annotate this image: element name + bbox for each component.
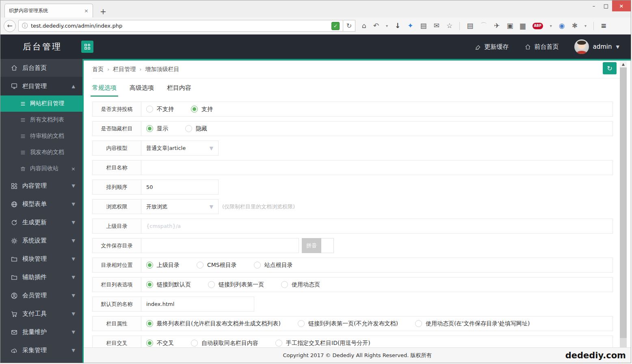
reload-button[interactable]: ↻ <box>343 20 355 32</box>
radio-option[interactable]: 手工指定交叉栏目ID(用逗号分开) <box>275 340 370 347</box>
refresh-button[interactable]: ↻ <box>603 62 617 74</box>
tab-general[interactable]: 常规选项 <box>92 78 117 98</box>
radio-checked-icon[interactable] <box>191 106 198 113</box>
adblock-icon[interactable]: ABP <box>532 23 543 29</box>
thunderbird-icon[interactable]: ✦ <box>407 22 413 29</box>
sidebar-item-column-manage[interactable]: 栏目管理▲ <box>0 77 82 95</box>
radio-option[interactable]: 使用动态页(在'文件保存目录'处填写网址) <box>415 320 530 327</box>
undo-icon[interactable]: ↶ <box>373 22 379 29</box>
tab-close-icon[interactable]: × <box>84 8 89 14</box>
radio-checked-icon[interactable] <box>146 125 153 132</box>
sidebar-item-member-manage[interactable]: 会员管理▼ <box>0 286 82 305</box>
sidebar-item-helper-plugins[interactable]: 辅助插件▼ <box>0 268 82 286</box>
reader-icon[interactable]: ▤ <box>420 22 427 29</box>
radio-checked-icon[interactable] <box>146 281 153 288</box>
sidebar-item-generate-update[interactable]: 生成更新▼ <box>0 213 82 232</box>
radio-icon[interactable] <box>185 125 192 132</box>
radio-icon[interactable] <box>298 320 305 327</box>
sidebar-item-dashboard[interactable]: 后台首页 <box>0 59 82 77</box>
globe-icon[interactable]: ◉ <box>559 22 565 29</box>
sidebar-item-recycle-bin[interactable]: 内容回收站× <box>0 160 82 177</box>
radio-icon[interactable] <box>197 262 203 269</box>
scrollbar-thumb[interactable] <box>620 67 627 338</box>
sidebar-item-module-manage[interactable]: 模块管理▼ <box>0 250 82 268</box>
pinyin-toggle[interactable]: 拼音 <box>302 238 334 253</box>
download-icon[interactable]: ↓ <box>395 22 400 29</box>
radio-icon[interactable] <box>281 281 288 288</box>
scrollbar[interactable]: ▲ <box>620 61 627 347</box>
select-content-model[interactable]: 普通文章|article▼ <box>146 145 213 152</box>
radio-option[interactable]: 站点根目录 <box>254 262 293 269</box>
folder-icon[interactable]: ▆ <box>520 22 526 29</box>
radio-option[interactable]: 隐藏 <box>185 125 207 132</box>
plugin-icon[interactable]: ✱ <box>572 22 578 29</box>
maximize-button[interactable]: □ <box>600 0 612 11</box>
bookmark-star-icon[interactable]: ☆ <box>446 22 452 29</box>
radio-icon[interactable] <box>191 340 198 347</box>
radio-option[interactable]: 链接到列表第一页(不允许发布文档) <box>298 320 398 327</box>
sidebar-item-my-documents[interactable]: 我发布的文档 <box>0 144 82 160</box>
sidebar-item-content-manage[interactable]: 内容管理▼ <box>0 177 82 195</box>
radio-icon[interactable] <box>415 320 422 327</box>
minimize-button[interactable]: – <box>588 0 600 11</box>
sidebar-item-batch-maintain[interactable]: 批量维护▼ <box>0 323 82 341</box>
front-home-button[interactable]: 前台首页 <box>524 43 559 51</box>
new-tab-button[interactable]: + <box>98 7 108 16</box>
adblock-caret-icon[interactable]: ▾ <box>550 24 552 28</box>
radio-option[interactable]: CMS根目录 <box>197 262 237 269</box>
radio-option[interactable]: 显示 <box>146 125 168 132</box>
user-menu[interactable]: admin ▼ <box>574 39 619 54</box>
sidebar-item-pending-documents[interactable]: 待审核的文档 <box>0 128 82 144</box>
scrollbar-up-arrow[interactable]: ▲ <box>620 61 627 67</box>
breadcrumb-item[interactable]: 栏目管理 <box>113 66 136 73</box>
select-view-permission[interactable]: 开放浏览▼ <box>146 203 213 210</box>
undo-menu-caret-icon[interactable]: ▾ <box>386 24 388 28</box>
radio-icon[interactable] <box>254 262 261 269</box>
browser-tab[interactable]: 织梦内容管理系统 × <box>4 4 93 17</box>
input-parent-dir[interactable]: {cmspath}/a <box>141 219 613 233</box>
menu-icon[interactable]: ≡ <box>601 22 606 29</box>
clipboard-icon[interactable]: ▤ <box>467 22 473 29</box>
radio-checked-icon[interactable] <box>146 340 153 347</box>
tab-column-content[interactable]: 栏目内容 <box>167 78 191 98</box>
breadcrumb-item[interactable]: 增加顶级栏目 <box>145 66 179 73</box>
breadcrumb-item[interactable]: 首页 <box>92 66 104 73</box>
radio-option[interactable]: 使用动态页 <box>281 281 320 288</box>
radio-option[interactable]: 链接到默认页 <box>146 281 191 288</box>
apps-grid-button[interactable] <box>81 41 93 53</box>
sidebar-item-system-settings[interactable]: 系统设置▼ <box>0 232 82 250</box>
radio-option[interactable]: 链接到列表第一页 <box>208 281 264 288</box>
sidebar-item-model-form[interactable]: 模型表单▼ <box>0 195 82 213</box>
close-button[interactable]: × <box>612 0 631 11</box>
overflow-caret-icon[interactable]: ▾ <box>584 24 587 28</box>
mail-icon[interactable]: ✉ <box>434 22 439 29</box>
radio-option[interactable]: 不支持 <box>146 106 174 113</box>
close-icon[interactable]: × <box>71 166 76 172</box>
sidebar-item-payment-tools[interactable]: 支付工具▼ <box>0 305 82 323</box>
radio-option[interactable]: 支持 <box>191 106 213 113</box>
url-bar[interactable]: ⓘ test.dedediy.com/admin/index.php ✓ <box>18 20 343 32</box>
radio-option[interactable]: 上级目录 <box>146 262 180 269</box>
sidebar-item-collect-manage[interactable]: 采集管理▼ <box>0 341 82 360</box>
radio-icon[interactable] <box>208 281 215 288</box>
input-column-name[interactable] <box>141 160 613 175</box>
rss-icon[interactable]: ⌒ <box>480 22 487 29</box>
radio-option[interactable]: 不交叉 <box>146 340 174 347</box>
input-save-dir[interactable] <box>141 238 299 253</box>
window-icon[interactable]: ▣ <box>506 22 513 29</box>
radio-checked-icon[interactable] <box>146 320 153 327</box>
radio-icon[interactable] <box>275 340 282 347</box>
sidebar-item-site-column-manage[interactable]: 网站栏目管理 <box>0 95 82 112</box>
home-icon[interactable]: ⌂ <box>362 22 366 29</box>
shield-icon[interactable]: ✓ <box>331 22 340 30</box>
input-default-page-name[interactable]: index.html <box>141 297 254 311</box>
send-icon[interactable]: ✈ <box>494 22 500 29</box>
info-icon[interactable]: ⓘ <box>22 22 28 30</box>
radio-option[interactable]: 最终列表栏目(允许栏目发布文档并生成文档列表) <box>146 320 281 327</box>
sidebar-item-all-documents[interactable]: 所有文档列表 <box>0 112 82 128</box>
back-button[interactable]: ← <box>4 20 16 32</box>
radio-option[interactable]: 自动获取同名栏目内容 <box>191 340 258 347</box>
input-sort-order[interactable]: 50 <box>141 180 218 194</box>
update-cache-button[interactable]: 更新缓存 <box>474 43 509 51</box>
radio-icon[interactable] <box>146 106 153 113</box>
